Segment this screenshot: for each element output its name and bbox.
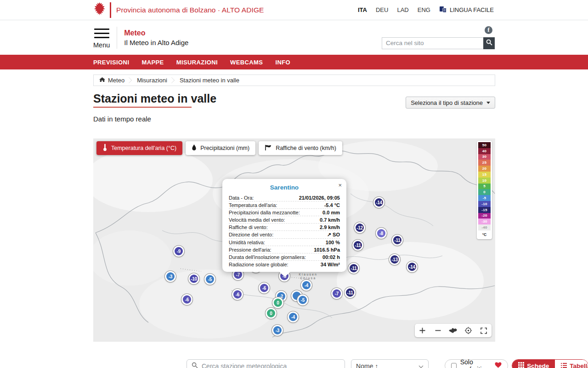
view-button-tabella[interactable]: Tabella (555, 360, 588, 368)
legend-stop: -20 (478, 213, 491, 219)
station-marker[interactable]: -6 (259, 282, 270, 293)
popup-data-row: Precipitazioni dalla mezzanotte:0.0 mm (229, 209, 340, 216)
legend-stop: 0 (478, 189, 491, 195)
legend-unit: °C (478, 230, 491, 238)
zoom-in-icon[interactable] (416, 324, 430, 337)
close-icon[interactable]: × (338, 182, 342, 189)
map-controls (415, 324, 492, 337)
search-icon (192, 362, 198, 368)
menu-button[interactable]: Menu (93, 29, 110, 49)
station-search-input[interactable] (202, 362, 340, 368)
popup-data-row: Umidità relativa:100 % (229, 239, 340, 246)
menu-label: Menu (93, 41, 110, 49)
lingua-facile-label: LINGUA FACILE (450, 6, 494, 13)
station-marker[interactable]: -4 (301, 280, 312, 291)
language-link-eng[interactable]: ENG (418, 6, 430, 13)
layer-buttons: Temperatura dell'aria (°C)Precipitazioni… (96, 141, 342, 155)
station-marker[interactable]: -6 (232, 289, 243, 300)
station-type-select[interactable]: Seleziona il tipo di stazione (406, 97, 495, 109)
station-marker[interactable]: -14 (407, 261, 418, 272)
station-list-toolbar: Nome ↑ Solo preferiti SchedeTabella (187, 359, 588, 368)
site-search-button[interactable] (483, 37, 495, 49)
station-marker[interactable]: -14 (373, 197, 384, 208)
language-link-deu[interactable]: DEU (376, 6, 388, 13)
locate-icon[interactable] (462, 324, 475, 337)
layer-button[interactable]: Precipitazioni (mm) (186, 141, 255, 155)
popup-data-row: Temperatura dell'aria:-5.4 °C (229, 201, 340, 209)
region-extent-icon[interactable] (446, 324, 460, 337)
nav-item-mappe[interactable]: MAPPE (141, 59, 164, 66)
brand[interactable]: Provincia autonoma di Bolzano · ALTO ADI… (93, 1, 264, 18)
nav-item-previsioni[interactable]: PREVISIONI (93, 59, 129, 66)
app-title[interactable]: Meteo (124, 29, 188, 37)
sort-select[interactable]: Nome ↑ (351, 359, 429, 368)
station-marker[interactable]: -11 (392, 235, 403, 246)
station-marker[interactable]: -10 (188, 273, 199, 284)
station-marker[interactable]: -8 (376, 228, 387, 239)
layer-button[interactable]: Raffiche di vento (km/h) (259, 141, 342, 155)
station-marker[interactable]: -6 (181, 294, 192, 305)
droplet-icon (192, 144, 197, 152)
favorites-toggle[interactable]: Solo preferiti (445, 359, 508, 368)
popup-station-name: Sarentino (229, 184, 340, 191)
station-marker[interactable]: -3 (272, 325, 283, 336)
legend-stop: 25 (478, 160, 491, 166)
station-marker[interactable]: -5 (204, 274, 215, 285)
station-search[interactable] (187, 359, 345, 368)
legend-stop: -40 (478, 224, 491, 230)
facebook-icon[interactable]: f (485, 26, 492, 34)
station-marker[interactable]: -9 (173, 246, 184, 257)
popup-data-row: Raffiche di vento:2.9 km/h (229, 224, 340, 231)
station-marker[interactable]: -7 (331, 288, 342, 299)
site-search-input[interactable] (382, 37, 483, 49)
wind-flag-icon (265, 144, 272, 152)
popup-pointer (279, 271, 291, 277)
nav-item-misurazioni[interactable]: MISURAZIONI (176, 59, 218, 66)
legend-stop: 40 (478, 148, 491, 154)
station-marker[interactable]: -12 (354, 222, 365, 233)
brand-divider (110, 2, 111, 18)
page-subtitle: Dati in tempo reale (93, 115, 495, 123)
weather-map[interactable]: Temperatura dell'aria (°C)Precipitazioni… (93, 138, 495, 342)
breadcrumb-item[interactable]: Misurazioni (137, 77, 167, 84)
station-marker[interactable]: 0 (272, 297, 283, 308)
zoom-out-icon[interactable] (431, 324, 445, 337)
station-marker[interactable]: -3 (165, 271, 176, 282)
station-marker[interactable]: -5 (297, 294, 308, 305)
view-switcher: SchedeTabella (512, 359, 588, 368)
popup-data-row: Pressione dell'aria:1016.5 hPa (229, 246, 340, 253)
breadcrumb-item[interactable]: Meteo (99, 77, 124, 84)
fullscreen-icon[interactable] (477, 324, 491, 337)
legend-stop: 5 (478, 184, 491, 190)
layer-button[interactable]: Temperatura dell'aria (°C) (96, 141, 182, 155)
legend-stop: 30 (478, 154, 491, 160)
language-link-ita[interactable]: ITA (358, 6, 367, 13)
legend-stop: -15 (478, 207, 491, 213)
station-marker[interactable]: -11 (348, 263, 359, 274)
station-marker[interactable]: -11 (352, 240, 363, 251)
legend-stop: 15 (478, 172, 491, 178)
station-marker[interactable]: -13 (389, 254, 400, 265)
language-switcher: ITADEULADENG LINGUA FACILE (358, 6, 494, 14)
thermometer-icon (102, 144, 107, 153)
legend-stop: -30 (478, 218, 491, 224)
breadcrumb-item[interactable]: Stazioni meteo in valle (180, 77, 239, 84)
lingua-facile-link[interactable]: LINGUA FACILE (439, 6, 494, 14)
favorites-checkbox[interactable] (451, 363, 456, 368)
legend-stop: 20 (478, 166, 491, 172)
language-link-lad[interactable]: LAD (397, 6, 408, 13)
popup-data-row: Data - Ora:21/01/2026, 09:05 (229, 194, 340, 201)
nav-item-info[interactable]: INFO (275, 59, 290, 66)
popup-data-row: Direzione del vento:↗ SO (229, 231, 340, 239)
legend-stop: 50 (478, 142, 491, 148)
station-marker[interactable]: -11 (345, 287, 356, 298)
hamburger-icon (94, 29, 109, 41)
station-marker[interactable]: -4 (288, 311, 299, 322)
bolzano-eagle-icon (93, 1, 106, 18)
station-marker[interactable]: 0 (266, 308, 277, 319)
site-title: Provincia autonoma di Bolzano · ALTO ADI… (116, 6, 264, 14)
view-button-schede[interactable]: Schede (512, 360, 555, 368)
nav-item-webcams[interactable]: WEBCAMS (230, 59, 263, 66)
page-title: Stazioni meteo in valle (93, 92, 216, 105)
list-icon (561, 362, 567, 368)
